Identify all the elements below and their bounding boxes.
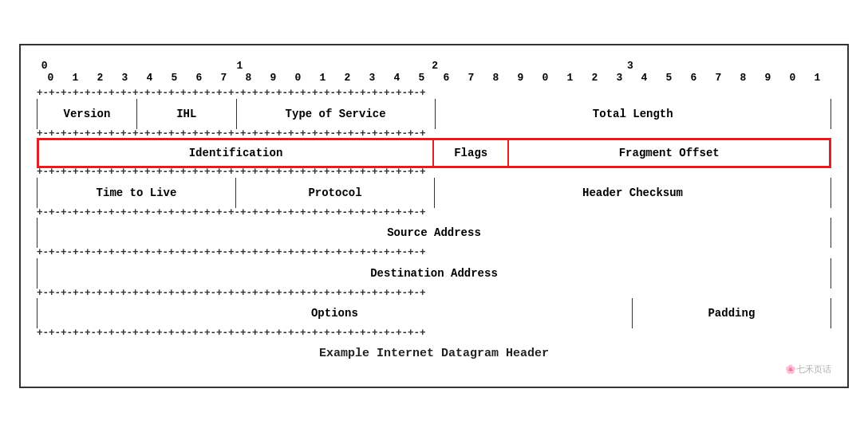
bit-major-25 xyxy=(343,60,355,72)
bit-major-9 xyxy=(148,60,160,72)
bit-minor-13: 3 xyxy=(360,72,385,84)
bit-major-36 xyxy=(478,60,490,72)
field-cell-2-0: Time to Live xyxy=(37,178,235,208)
bit-minor-8: 8 xyxy=(236,72,261,84)
field-cell-2-2: Header Checksum xyxy=(434,178,831,208)
field-label-2-0: Time to Live xyxy=(97,187,177,199)
bit-minor-3: 3 xyxy=(112,72,137,84)
bit-major-6 xyxy=(112,60,124,72)
bit-major-33 xyxy=(441,60,453,72)
bit-minor-row: 01234567890123456789012345678901 xyxy=(37,72,831,84)
field-label-2-1: Protocol xyxy=(308,187,361,199)
bit-major-19 xyxy=(270,60,282,72)
bit-major-47 xyxy=(612,60,624,72)
bit-major-57 xyxy=(734,60,746,72)
bit-major-58 xyxy=(746,60,758,72)
bit-major-26 xyxy=(356,60,368,72)
field-cell-0-0: Version xyxy=(37,99,136,129)
bit-minor-17: 7 xyxy=(459,72,483,84)
bit-major-44 xyxy=(575,60,587,72)
bit-major-55 xyxy=(709,60,721,72)
bit-major-15 xyxy=(221,60,233,72)
bit-major-14 xyxy=(209,60,221,72)
bit-major-7 xyxy=(124,60,136,72)
field-label-4-0: Destination Address xyxy=(370,267,498,280)
bit-major-24 xyxy=(331,60,343,72)
separator-line: +-+-+-+-+-+-+-+-+-+-+-+-+-+-+-+-+-+-+-+-… xyxy=(37,167,831,178)
bit-major-17 xyxy=(246,60,258,72)
bit-major-5 xyxy=(99,60,111,72)
bit-major-12 xyxy=(185,60,197,72)
bit-major-42 xyxy=(550,60,562,72)
bit-major-49 xyxy=(637,60,649,72)
field-cell-3-0: Source Address xyxy=(37,218,831,248)
bit-major-63 xyxy=(807,60,819,72)
bit-major-61 xyxy=(783,60,795,72)
bit-minor-6: 6 xyxy=(187,72,211,84)
bit-major-52 xyxy=(673,60,685,72)
bit-major-row: 0123 xyxy=(37,60,831,72)
bit-major-0: 0 xyxy=(38,60,50,72)
bit-major-48: 3 xyxy=(624,60,636,72)
bit-major-41 xyxy=(539,60,550,72)
field-cell-0-3: Total Length xyxy=(435,99,832,129)
bit-major-28 xyxy=(380,60,392,72)
bit-major-23 xyxy=(319,60,331,72)
bit-major-2 xyxy=(63,60,75,72)
bit-major-54 xyxy=(697,60,709,72)
bit-minor-29: 9 xyxy=(756,72,780,84)
bit-major-20 xyxy=(282,60,294,72)
field-row-5: OptionsPadding xyxy=(37,298,831,328)
bit-minor-30: 0 xyxy=(780,72,805,84)
field-row-1: IdentificationFlagsFragment Offset xyxy=(37,138,831,168)
bit-major-53 xyxy=(685,60,697,72)
bit-major-1 xyxy=(50,60,62,72)
bit-major-18 xyxy=(258,60,270,72)
bit-minor-2: 2 xyxy=(88,72,112,84)
bit-major-30 xyxy=(404,60,416,72)
field-cell-2-1: Protocol xyxy=(235,178,434,208)
field-label-0-0: Version xyxy=(64,108,111,120)
field-cell-5-0: Options xyxy=(37,298,632,328)
separator-line: +-+-+-+-+-+-+-+-+-+-+-+-+-+-+-+-+-+-+-+-… xyxy=(37,208,831,218)
bit-major-21 xyxy=(294,60,306,72)
field-cell-0-2: Type of Service xyxy=(236,99,435,129)
field-label-0-1: IHL xyxy=(176,108,196,120)
bit-minor-5: 5 xyxy=(162,72,187,84)
bit-minor-20: 0 xyxy=(533,72,558,84)
field-label-1-0: Identification xyxy=(189,147,283,159)
bit-minor-12: 2 xyxy=(335,72,360,84)
bit-major-51 xyxy=(661,60,673,72)
bit-major-60 xyxy=(771,60,783,72)
bit-minor-31: 1 xyxy=(805,72,830,84)
bit-major-27 xyxy=(368,60,380,72)
bit-major-45 xyxy=(587,60,599,72)
field-label-1-1: Flags xyxy=(454,147,487,159)
field-label-5-1: Padding xyxy=(708,307,755,320)
bit-major-59 xyxy=(759,60,771,72)
bit-numbers: 0123 01234567890123456789012345678901 xyxy=(37,60,831,87)
bit-major-10 xyxy=(160,60,172,72)
bit-major-40 xyxy=(527,60,539,72)
bit-minor-18: 8 xyxy=(483,72,508,84)
field-cell-1-0: Identification xyxy=(39,140,432,166)
field-label-5-0: Options xyxy=(311,307,358,320)
separator-line: +-+-+-+-+-+-+-+-+-+-+-+-+-+-+-+-+-+-+-+-… xyxy=(37,248,831,258)
main-container: 0123 01234567890123456789012345678901 +-… xyxy=(19,44,849,388)
bit-major-16: 1 xyxy=(234,60,246,72)
bit-major-38 xyxy=(502,60,514,72)
bit-major-35 xyxy=(465,60,477,72)
bit-major-43 xyxy=(563,60,575,72)
bit-minor-22: 2 xyxy=(582,72,607,84)
field-cell-4-0: Destination Address xyxy=(37,258,831,289)
bit-major-22 xyxy=(307,60,319,72)
field-row-4: Destination Address xyxy=(37,258,831,289)
bit-minor-4: 4 xyxy=(137,72,162,84)
bit-major-8 xyxy=(136,60,148,72)
field-row-0: VersionIHLType of ServiceTotal Length xyxy=(37,99,831,129)
bit-minor-23: 3 xyxy=(607,72,632,84)
bit-major-31 xyxy=(416,60,428,72)
bit-major-29 xyxy=(393,60,404,72)
bit-minor-14: 4 xyxy=(385,72,409,84)
caption: Example Internet Datagram Header xyxy=(37,347,831,360)
